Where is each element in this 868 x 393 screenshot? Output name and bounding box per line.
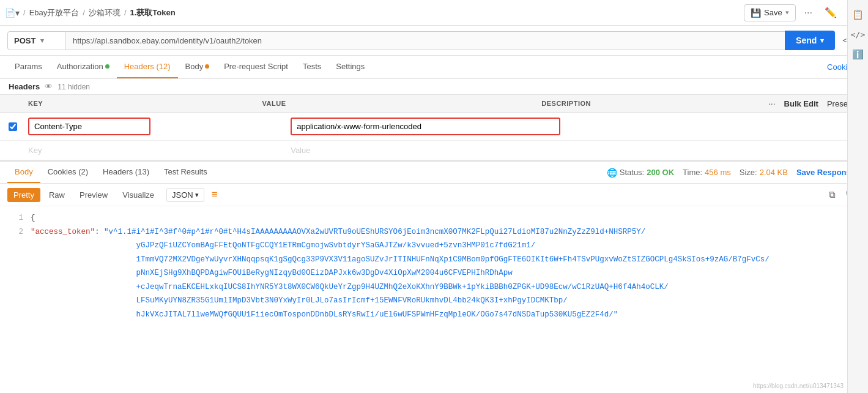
method-arrow: ▾: [40, 37, 44, 45]
res-tab-body[interactable]: Body: [7, 162, 40, 183]
fmt-visualize-button[interactable]: Visualize: [116, 188, 160, 202]
response-tabs-row: Body Cookies (2) Headers (13) Test Resul…: [0, 162, 868, 184]
edit-button[interactable]: ✏️: [821, 4, 840, 21]
sidebar-code-icon[interactable]: </>: [848, 26, 867, 43]
json-line-1: 1 {: [7, 211, 861, 225]
right-sidebar: 📋 </> ℹ️: [847, 0, 868, 326]
method-selector[interactable]: POST ▾: [7, 31, 65, 50]
eye-icon: 👁: [45, 82, 53, 91]
headers-sub-row: Headers 👁 11 hidden: [0, 79, 868, 95]
tab-headers[interactable]: Headers (12): [117, 56, 178, 78]
breadcrumb-sep1: /: [23, 8, 26, 17]
url-bar: POST ▾ Send ▾ </>: [0, 26, 868, 56]
more-columns-button[interactable]: ···: [768, 99, 776, 108]
response-section: Body Cookies (2) Headers (13) Test Resul…: [0, 160, 868, 326]
top-bar: 📄▾ / Ebay开放平台 / 沙箱环境 / 1.获取Token 💾 Save …: [0, 0, 868, 26]
response-status-area: 🌐 Status: 200 OK Time: 456 ms Size: 2.04…: [607, 168, 788, 178]
globe-icon: 🌐: [607, 168, 617, 178]
breadcrumb-sep3: /: [124, 8, 127, 17]
res-tab-test-results[interactable]: Test Results: [157, 162, 215, 183]
json-line-2: 2 "access_token" : "v^1.1#i^1#I^3#f^0#p^…: [7, 225, 861, 322]
table-row: [0, 113, 868, 141]
tab-settings[interactable]: Settings: [328, 56, 372, 78]
line-num-1: 1: [7, 211, 23, 225]
row1-checkbox[interactable]: [9, 122, 17, 131]
line-num-2: 2: [7, 225, 23, 322]
row2-value-placeholder: Value: [291, 146, 310, 155]
url-input[interactable]: [65, 31, 785, 50]
breadcrumb-sep2: /: [83, 8, 85, 17]
save-arrow: ▾: [785, 9, 789, 17]
request-tabs: Params Authorization Headers (12) Body P…: [0, 56, 868, 79]
send-arrow: ▾: [820, 37, 824, 45]
json-format-selector[interactable]: JSON ▾: [166, 188, 204, 202]
row1-key-cell: [28, 118, 283, 135]
col-value: VALUE: [255, 100, 535, 107]
access-token-value: "v^1.1#i^1#I^3#f^0#p^1#r^0#t^H4sIAAAAAAA…: [104, 225, 861, 322]
tab-params[interactable]: Params: [7, 56, 50, 78]
col-description: DESCRIPTION: [534, 100, 768, 107]
sidebar-layout-icon[interactable]: 📋: [850, 5, 866, 24]
sidebar-info-icon[interactable]: ℹ️: [850, 45, 866, 64]
time-value: 456 ms: [705, 168, 731, 177]
fmt-pretty-button[interactable]: Pretty: [7, 188, 40, 202]
status-label: Status:: [620, 168, 644, 177]
save-label: Save: [764, 8, 782, 17]
headers-label: Headers: [9, 82, 40, 91]
size-label: Size:: [740, 168, 757, 177]
body-dot: [205, 64, 209, 69]
row2-key-placeholder: Key: [28, 146, 42, 155]
res-tab-headers[interactable]: Headers (13): [95, 162, 157, 183]
method-value: POST: [14, 36, 35, 45]
tab-authorization[interactable]: Authorization: [50, 56, 117, 78]
breadcrumb-title: 1.获取Token: [130, 7, 176, 18]
send-button[interactable]: Send ▾: [785, 31, 835, 50]
fmt-preview-button[interactable]: Preview: [73, 188, 114, 202]
json-response-body: 1 { 2 "access_token" : "v^1.1#i^1#I^3#f^…: [0, 206, 868, 326]
table-row-empty: Key Value: [0, 141, 868, 160]
breadcrumb-platform: Ebay开放平台: [29, 7, 80, 18]
more-options-button[interactable]: ···: [799, 5, 817, 21]
tab-prerequest[interactable]: Pre-request Script: [217, 56, 295, 78]
row1-value-input[interactable]: [291, 118, 560, 135]
row1-key-input[interactable]: [28, 118, 150, 135]
status-value: 200 OK: [647, 168, 674, 177]
breadcrumb-env: 沙箱环境: [89, 7, 121, 18]
save-button[interactable]: 💾 Save ▾: [744, 4, 796, 21]
fmt-raw-button[interactable]: Raw: [43, 188, 71, 202]
auth-dot: [105, 64, 109, 69]
tab-body[interactable]: Body: [178, 56, 217, 78]
save-icon: 💾: [751, 8, 761, 18]
table-header: KEY VALUE DESCRIPTION ··· Bulk Edit Pres…: [0, 95, 868, 113]
hidden-count: 11 hidden: [57, 83, 90, 91]
time-label: Time:: [683, 168, 702, 177]
res-tab-cookies[interactable]: Cookies (2): [40, 162, 95, 183]
copy-response-button[interactable]: ⧉: [825, 187, 839, 202]
size-value: 2.04 KB: [760, 168, 788, 177]
col-key: KEY: [28, 100, 255, 107]
tab-tests[interactable]: Tests: [295, 56, 328, 78]
file-icon-btn[interactable]: 📄▾: [5, 8, 20, 18]
bulk-edit-button[interactable]: Bulk Edit: [784, 99, 818, 108]
row1-value-cell: [283, 118, 597, 135]
format-bar: Pretty Raw Preview Visualize JSON ▾ ≡ ⧉ …: [0, 184, 868, 206]
filter-button[interactable]: ≡: [208, 187, 221, 203]
send-label: Send: [796, 36, 817, 45]
